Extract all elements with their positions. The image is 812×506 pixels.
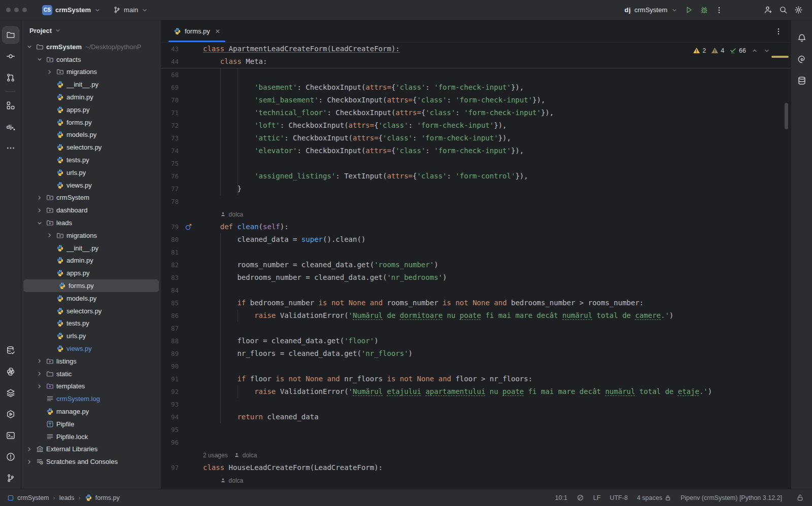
file-writable-icon[interactable] xyxy=(796,494,804,501)
tree-item-manage-py[interactable]: manage.py xyxy=(21,405,161,418)
code-line-72[interactable]: 72 'loft': CheckboxInput(attrs={'class':… xyxy=(161,119,791,132)
code-with-me-button[interactable] xyxy=(760,3,775,18)
tree-item-leads[interactable]: leads xyxy=(21,216,161,229)
breadcrumb-file[interactable]: forms.py xyxy=(85,494,120,501)
editor-scrollbar[interactable] xyxy=(785,103,788,129)
run-services-icon[interactable] xyxy=(3,406,19,422)
code-line-69[interactable]: 69 'basement': CheckboxInput(attrs={'cla… xyxy=(161,81,791,94)
chevron-down-icon[interactable] xyxy=(35,220,45,227)
python-interpreter-widget[interactable]: Pipenv (crmSystem) [Python 3.12.2] xyxy=(681,494,782,501)
code-line-73[interactable]: 73 'attic': CheckboxInput(attrs={'class'… xyxy=(161,132,791,144)
code-line-90[interactable]: 90 xyxy=(161,360,791,373)
database-icon[interactable] xyxy=(794,73,810,89)
breadcrumb-package[interactable]: leads xyxy=(59,494,75,501)
tree-item-static[interactable]: static xyxy=(21,368,161,380)
chevron-right-icon[interactable] xyxy=(45,232,55,239)
code-line-97[interactable]: 97class HouseLeadCreateForm(LeadCreateFo… xyxy=(161,461,791,474)
tree-item--init-py[interactable]: __init__.py xyxy=(21,78,161,91)
python-console-icon[interactable] xyxy=(3,364,19,380)
next-problem-icon[interactable] xyxy=(763,47,770,54)
tree-item-tests-py[interactable]: tests.py xyxy=(21,317,161,330)
line-separator-widget[interactable]: LF xyxy=(593,494,601,501)
tree-item-templates[interactable]: templates xyxy=(21,380,161,393)
code-line-81[interactable]: 81 xyxy=(161,246,791,259)
tree-item-pipfile-lock[interactable]: Pipfile.lock xyxy=(21,430,161,443)
chevron-down-icon[interactable] xyxy=(35,56,45,63)
code-vision-inlay[interactable]: 2 usagesdolca xyxy=(161,449,791,461)
code-line-76[interactable]: 76 'assigned_listings': TextInput(attrs=… xyxy=(161,170,791,183)
tab-forms-py[interactable]: forms.py ✕ xyxy=(168,20,225,42)
tree-item-crmsystem[interactable]: crmSystem~/Desktop/pythonP xyxy=(21,41,161,53)
tree-item-forms-py[interactable]: forms.py xyxy=(21,116,161,129)
code-line-83[interactable]: 83 bedrooms_number = cleaned_data.get('n… xyxy=(161,271,791,284)
window-controls[interactable] xyxy=(6,8,27,12)
version-control-icon[interactable] xyxy=(3,470,19,486)
code-author-hint[interactable]: dolca xyxy=(229,477,244,484)
caret-position-widget[interactable]: 10:1 xyxy=(555,494,567,501)
code-line-85[interactable]: 85 if bedrooms_number is not None and ro… xyxy=(161,297,791,309)
code-line-86[interactable]: 86 raise ValidationError('Numărul de dor… xyxy=(161,309,791,322)
code-author-hint[interactable]: dolca xyxy=(243,452,257,459)
window-minimize-button[interactable] xyxy=(14,8,19,12)
code-line-68[interactable]: 68 xyxy=(161,68,791,81)
project-widget[interactable]: CS crmSystem xyxy=(38,3,105,17)
code-line-96[interactable]: 96 xyxy=(161,436,791,449)
usages-hint[interactable]: 2 usages xyxy=(203,452,228,459)
previous-problem-icon[interactable] xyxy=(751,47,758,54)
search-everywhere-button[interactable] xyxy=(775,3,791,18)
code-line-80[interactable]: 80 cleaned_data = super().clean() xyxy=(161,233,791,246)
chevron-right-icon[interactable] xyxy=(24,446,35,453)
code-line-95[interactable]: 95 xyxy=(161,423,791,436)
chevron-down-icon[interactable] xyxy=(54,27,61,34)
tree-item-scratches-and-consoles[interactable]: Scratches and Consoles xyxy=(21,455,161,468)
run-configuration-selector[interactable]: dj crmSystem xyxy=(621,4,681,16)
window-zoom-button[interactable] xyxy=(22,8,27,12)
error-stripe-mark[interactable] xyxy=(771,56,789,58)
code-line-92[interactable]: 92 raise ValidationError('Numărul etajul… xyxy=(161,385,791,398)
chevron-right-icon[interactable] xyxy=(35,207,45,214)
tree-item-selectors-py[interactable]: selectors.py xyxy=(21,141,161,154)
tree-item-selectors-py[interactable]: selectors.py xyxy=(21,305,161,317)
chevron-right-icon[interactable] xyxy=(35,383,45,390)
tree-item-admin-py[interactable]: admin.py xyxy=(21,91,161,103)
code-line-88[interactable]: 88 floor = cleaned_data.get('floor') xyxy=(161,335,791,347)
code-line-77[interactable]: 77 } xyxy=(161,183,791,195)
vcs-branch-widget[interactable]: main xyxy=(109,4,152,16)
project-folder-icon[interactable] xyxy=(3,27,19,43)
indent-widget[interactable]: 4 spaces xyxy=(637,494,671,501)
debug-button[interactable] xyxy=(696,3,712,18)
tree-item-external-libraries[interactable]: External Libraries xyxy=(21,443,161,456)
code-viewport[interactable]: 6869 'basement': CheckboxInput(attrs={'c… xyxy=(161,68,791,487)
database-check-icon[interactable] xyxy=(3,342,19,358)
services-layers-icon[interactable] xyxy=(3,385,19,401)
tree-item-models-py[interactable]: models.py xyxy=(21,292,161,305)
code-line-94[interactable]: 94 return cleaned_data xyxy=(161,411,791,423)
structure-icon[interactable] xyxy=(3,97,19,114)
code-line-93[interactable]: 93 xyxy=(161,398,791,411)
tree-item-tests-py[interactable]: tests.py xyxy=(21,154,161,166)
problems-icon[interactable] xyxy=(3,449,19,465)
tree-item-apps-py[interactable]: apps.py xyxy=(21,267,161,279)
tree-item-forms-py[interactable]: forms.py xyxy=(23,279,159,292)
code-vision-inlay[interactable]: dolca xyxy=(161,208,791,221)
run-button[interactable] xyxy=(681,3,696,18)
tree-item-urls-py[interactable]: urls.py xyxy=(21,166,161,179)
tree-item-urls-py[interactable]: urls.py xyxy=(21,330,161,342)
tab-options-icon[interactable] xyxy=(774,27,783,35)
code-line-89[interactable]: 89 nr_floors = cleaned_data.get('nr_floo… xyxy=(161,347,791,360)
more-icon[interactable] xyxy=(3,140,19,156)
tab-close-icon[interactable]: ✕ xyxy=(215,28,220,35)
code-line-75[interactable]: 75 xyxy=(161,157,791,170)
code-line-84[interactable]: 84 xyxy=(161,284,791,297)
code-line-82[interactable]: 82 rooms_number = cleaned_data.get('room… xyxy=(161,259,791,271)
chevron-right-icon[interactable] xyxy=(24,458,35,465)
tree-item-listings[interactable]: listings xyxy=(21,355,161,368)
tree-item--init-py[interactable]: __init__.py xyxy=(21,242,161,255)
code-line-91[interactable]: 91 if floor is not None and nr_floors is… xyxy=(161,373,791,385)
chevron-down-icon[interactable] xyxy=(24,43,35,50)
django-structure-icon[interactable]: dj xyxy=(3,119,19,135)
chevron-right-icon[interactable] xyxy=(35,194,45,201)
commit-icon[interactable] xyxy=(3,48,19,64)
tree-item-apps-py[interactable]: apps.py xyxy=(21,103,161,116)
code-line-78[interactable]: 78 xyxy=(161,195,791,208)
